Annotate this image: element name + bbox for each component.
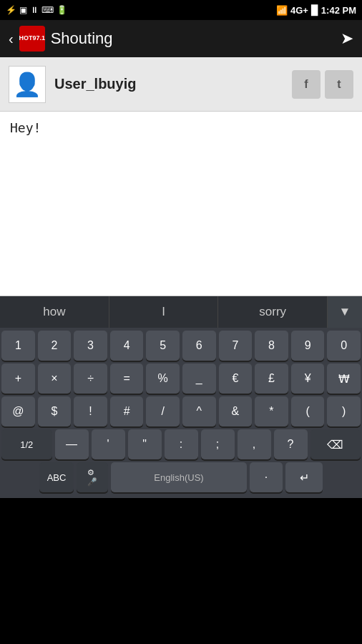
symbol-row-2: @ $ ! # / ^ & * ( ) bbox=[1, 396, 361, 426]
keyboard: 1 2 3 4 5 6 7 8 9 0 + × ÷ = % _ € £ ¥ ₩ … bbox=[0, 328, 362, 498]
keyboard-icon: ⌨ bbox=[41, 5, 54, 15]
status-icons-right: 📶 4G+ ▉ 1:42 PM bbox=[276, 5, 356, 16]
key-semicolon[interactable]: ; bbox=[201, 429, 235, 459]
key-5[interactable]: 5 bbox=[146, 331, 180, 361]
back-button[interactable]: ‹ bbox=[9, 31, 14, 47]
key-asterisk[interactable]: * bbox=[255, 396, 288, 426]
screenshot-icon: ▣ bbox=[19, 5, 27, 15]
suggestions-bar: how I sorry ▼ bbox=[0, 296, 362, 328]
send-button[interactable]: ➤ bbox=[341, 29, 353, 48]
key-colon[interactable]: : bbox=[165, 429, 198, 459]
message-area: Hey! bbox=[0, 112, 362, 296]
title-bar: ‹ HOT 97.1 Shouting ➤ bbox=[0, 20, 362, 57]
key-question[interactable]: ? bbox=[274, 429, 308, 459]
username-label: User_lbuyig bbox=[54, 76, 283, 92]
pause-icon: ⏸ bbox=[30, 5, 39, 15]
avatar: 👤 bbox=[9, 66, 46, 103]
key-exclaim[interactable]: ! bbox=[74, 396, 107, 426]
key-won[interactable]: ₩ bbox=[327, 364, 361, 394]
key-close-paren[interactable]: ) bbox=[327, 396, 361, 426]
key-6[interactable]: 6 bbox=[182, 331, 216, 361]
key-hash[interactable]: # bbox=[110, 396, 144, 426]
key-4[interactable]: 4 bbox=[110, 331, 144, 361]
signal-icon: ▉ bbox=[311, 5, 318, 16]
symbol-row-1: + × ÷ = % _ € £ ¥ ₩ bbox=[1, 364, 361, 394]
number-row: 1 2 3 4 5 6 7 8 9 0 bbox=[1, 331, 361, 361]
period-key[interactable]: · bbox=[250, 462, 283, 492]
key-1[interactable]: 1 bbox=[1, 331, 35, 361]
key-apostrophe[interactable]: ' bbox=[92, 429, 125, 459]
title-bar-left: ‹ HOT 97.1 Shouting bbox=[9, 26, 113, 52]
key-ampersand[interactable]: & bbox=[219, 396, 253, 426]
status-bar: ⚡ ▣ ⏸ ⌨ 🔋 📶 4G+ ▉ 1:42 PM bbox=[0, 0, 362, 20]
bottom-row: ABC ⚙🎤 English(US) · ↵ bbox=[1, 462, 361, 492]
avatar-icon: 👤 bbox=[13, 71, 41, 98]
abc-key[interactable]: ABC bbox=[39, 462, 74, 492]
special-row: 1/2 — ' " : ; , ? ⌫ bbox=[1, 429, 361, 459]
twitter-button[interactable]: t bbox=[325, 70, 353, 99]
key-quote[interactable]: " bbox=[128, 429, 162, 459]
key-dollar[interactable]: $ bbox=[38, 396, 72, 426]
time-display: 1:42 PM bbox=[321, 5, 356, 16]
key-percent[interactable]: % bbox=[146, 364, 180, 394]
key-euro[interactable]: € bbox=[219, 364, 253, 394]
page-title: Shouting bbox=[51, 29, 113, 48]
key-9[interactable]: 9 bbox=[291, 331, 325, 361]
key-underscore[interactable]: _ bbox=[182, 364, 216, 394]
keyboard-collapse-button[interactable]: ▼ bbox=[328, 296, 362, 328]
suggestion-how[interactable]: how bbox=[0, 296, 109, 328]
key-slash[interactable]: / bbox=[146, 396, 180, 426]
key-8[interactable]: 8 bbox=[255, 331, 288, 361]
key-at[interactable]: @ bbox=[1, 396, 35, 426]
key-7[interactable]: 7 bbox=[219, 331, 253, 361]
radio-logo: HOT 97.1 bbox=[19, 26, 45, 52]
status-icons-left: ⚡ ▣ ⏸ ⌨ 🔋 bbox=[6, 5, 67, 15]
settings-mic-key[interactable]: ⚙🎤 bbox=[77, 462, 108, 492]
key-yen[interactable]: ¥ bbox=[291, 364, 325, 394]
key-open-paren[interactable]: ( bbox=[291, 396, 325, 426]
usb-icon: ⚡ bbox=[6, 5, 16, 15]
user-profile-section: 👤 User_lbuyig f t bbox=[0, 57, 362, 112]
facebook-button[interactable]: f bbox=[292, 70, 321, 99]
wifi-icon: 📶 bbox=[276, 5, 288, 16]
delete-key[interactable]: ⌫ bbox=[310, 429, 361, 459]
suggestion-sorry[interactable]: sorry bbox=[218, 296, 328, 328]
enter-key[interactable]: ↵ bbox=[285, 462, 323, 492]
key-0[interactable]: 0 bbox=[327, 331, 361, 361]
key-3[interactable]: 3 bbox=[74, 331, 107, 361]
key-comma[interactable]: , bbox=[238, 429, 271, 459]
key-2[interactable]: 2 bbox=[38, 331, 72, 361]
key-1-2[interactable]: 1/2 bbox=[1, 429, 52, 459]
key-pound[interactable]: £ bbox=[255, 364, 288, 394]
suggestion-i[interactable]: I bbox=[109, 296, 219, 328]
key-equals[interactable]: = bbox=[110, 364, 144, 394]
network-type: 4G+ bbox=[290, 5, 308, 16]
key-divide[interactable]: ÷ bbox=[74, 364, 107, 394]
key-multiply[interactable]: × bbox=[38, 364, 72, 394]
social-buttons: f t bbox=[292, 70, 353, 99]
key-dash[interactable]: — bbox=[55, 429, 89, 459]
space-key[interactable]: English(US) bbox=[111, 462, 247, 492]
key-caret[interactable]: ^ bbox=[182, 396, 216, 426]
key-plus[interactable]: + bbox=[1, 364, 35, 394]
message-input[interactable]: Hey! bbox=[10, 120, 352, 287]
battery-full-icon: 🔋 bbox=[57, 5, 67, 15]
